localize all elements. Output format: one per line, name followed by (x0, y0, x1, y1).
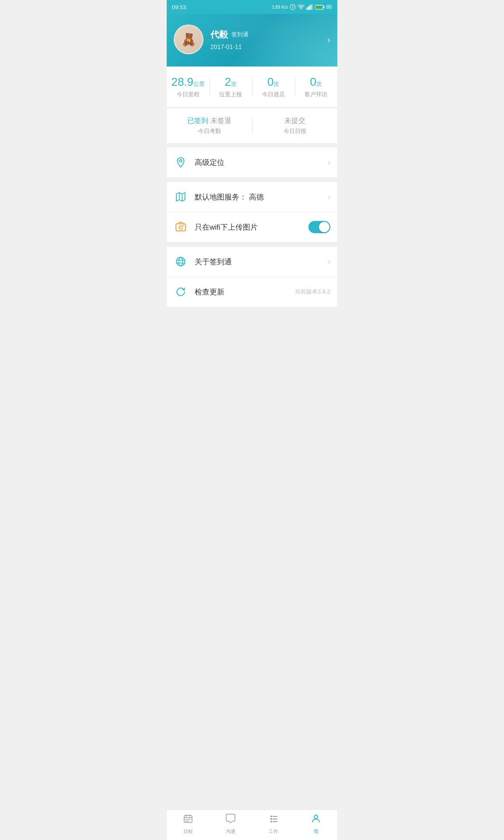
battery-icon (315, 4, 325, 10)
avatar: 🧸 (174, 24, 203, 54)
attendance-report: 未提交 今日日报 (252, 116, 337, 135)
not-submitted-status: 未提交 (252, 116, 337, 126)
svg-rect-5 (310, 4, 311, 10)
stat-visit-label: 客户拜访 (295, 91, 338, 98)
profile-date: 2017-01-11 (210, 43, 330, 50)
wifi-upload-toggle[interactable] (308, 221, 330, 233)
stat-patrol: 0次 今日巡店 (252, 75, 295, 98)
attendance-label: 今日考勤 (167, 127, 252, 135)
stat-patrol-number: 0 (267, 75, 273, 88)
stat-report-label: 位置上报 (210, 91, 252, 98)
signed-in-status: 已签到 (187, 117, 208, 124)
map-icon (174, 190, 188, 204)
map-service-text: 默认地图服务： 高德 (195, 192, 328, 202)
check-update-text: 检查更新 (195, 287, 295, 297)
svg-point-1 (301, 9, 301, 10)
signal-icon (306, 4, 313, 10)
profile-header[interactable]: 🧸 代毅 签到通 2017-01-11 › (167, 14, 337, 66)
section-divider-2 (167, 178, 337, 182)
stat-visit: 0次 客户拜访 (295, 75, 338, 98)
menu-section-about: 关于签到通 › 检查更新 当前版本3.8.2 (167, 247, 337, 307)
menu-item-advanced-location[interactable]: 高级定位 › (167, 147, 337, 178)
stat-visit-number: 0 (310, 75, 316, 88)
svg-rect-9 (323, 6, 324, 8)
svg-rect-8 (315, 5, 322, 8)
stat-patrol-label: 今日巡店 (252, 91, 295, 98)
advanced-location-chevron-icon: › (328, 158, 330, 167)
profile-badge: 签到通 (231, 31, 248, 38)
svg-point-10 (179, 160, 182, 162)
menu-item-wifi-upload[interactable]: 只在wifi下上传图片 (167, 212, 337, 242)
section-divider-3 (167, 242, 337, 247)
svg-point-14 (179, 226, 182, 229)
wifi-upload-text: 只在wifi下上传图片 (195, 222, 308, 232)
daily-report-label: 今日日报 (252, 127, 337, 135)
stat-mileage: 28.9公里 今日里程 (167, 75, 210, 98)
svg-point-15 (176, 257, 185, 266)
section-divider-1 (167, 143, 337, 147)
location-icon (174, 155, 188, 169)
battery-percent: 86 (326, 4, 332, 10)
svg-rect-2 (306, 8, 307, 10)
svg-rect-4 (309, 6, 310, 10)
network-speed: 3.89 K/s (272, 5, 288, 10)
svg-rect-6 (312, 4, 312, 10)
version-text: 当前版本3.8.2 (295, 288, 330, 296)
stat-mileage-number: 28.9 (171, 75, 193, 88)
stat-mileage-label: 今日里程 (167, 91, 210, 98)
map-service-chevron-icon: › (328, 192, 330, 202)
clock-icon (290, 4, 296, 10)
stat-report-number: 2 (225, 75, 231, 88)
menu-item-about[interactable]: 关于签到通 › (167, 247, 337, 277)
profile-info: 代毅 签到通 2017-01-11 (210, 29, 330, 50)
status-time: 09:53 (172, 4, 186, 10)
attendance-section: 已签到 未签退 今日考勤 未提交 今日日报 (167, 108, 337, 143)
advanced-location-text: 高级定位 (195, 158, 328, 168)
stats-section: 28.9公里 今日里程 2次 位置上报 0次 今日巡店 0次 客户拜访 (167, 66, 337, 108)
status-right: 3.89 K/s 86 (272, 4, 332, 10)
menu-item-check-update[interactable]: 检查更新 当前版本3.8.2 (167, 277, 337, 307)
about-chevron-icon: › (328, 257, 330, 266)
photo-icon (174, 220, 188, 234)
svg-point-16 (179, 257, 183, 266)
refresh-icon (174, 285, 188, 299)
menu-section-map: 默认地图服务： 高德 › 只在wifi下上传图片 (167, 182, 337, 242)
status-bar: 09:53 3.89 K/s 86 (167, 0, 337, 14)
attendance-checkin: 已签到 未签退 今日考勤 (167, 116, 252, 135)
svg-rect-3 (308, 7, 308, 10)
menu-item-map-service[interactable]: 默认地图服务： 高德 › (167, 182, 337, 212)
profile-name: 代毅 (210, 29, 228, 41)
stat-report: 2次 位置上报 (210, 75, 252, 98)
not-signed-out-status: 未签退 (210, 117, 231, 124)
menu-section-location: 高级定位 › (167, 147, 337, 178)
about-text: 关于签到通 (195, 257, 328, 267)
wifi-icon (298, 4, 304, 10)
globe-icon (174, 255, 188, 269)
